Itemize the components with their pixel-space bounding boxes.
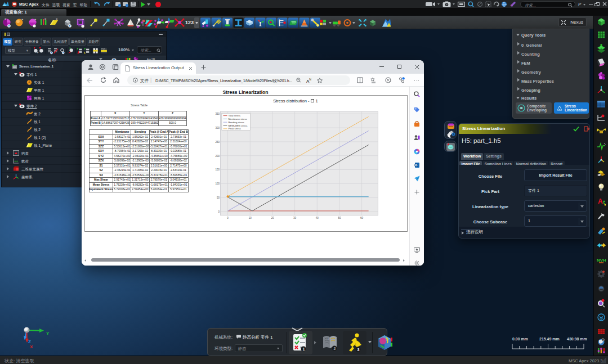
svg-text:100: 100 <box>215 182 220 185</box>
svg-text:»: » <box>34 17 37 21</box>
svg-text:1: 1 <box>303 347 305 351</box>
svg-text:Membrane stress: Membrane stress <box>229 118 247 120</box>
svg-text:»: » <box>44 17 47 20</box>
svg-text:Z: Z <box>28 339 31 344</box>
svg-text:150: 150 <box>215 168 220 171</box>
svg-text:40: 40 <box>316 217 319 219</box>
svg-text:50: 50 <box>217 196 220 199</box>
svg-text:10: 10 <box>249 217 252 219</box>
svg-text:MEM+BEN stress: MEM+BEN stress <box>229 124 248 127</box>
svg-text:Bending stress: Bending stress <box>229 121 244 124</box>
svg-text:0: 0 <box>227 217 229 219</box>
svg-text:200: 200 <box>215 155 220 158</box>
svg-text:Total stress: Total stress <box>229 114 241 117</box>
svg-text:Peak stress: Peak stress <box>229 127 241 130</box>
svg-text:»: » <box>21 17 24 21</box>
svg-text:NVH: NVH <box>597 258 606 263</box>
svg-text:215.49 mm: 215.49 mm <box>539 337 560 341</box>
svg-text:A: A <box>598 197 603 205</box>
svg-text:+: + <box>37 51 38 54</box>
svg-text:0.00 mm: 0.00 mm <box>512 337 528 341</box>
svg-text:++: ++ <box>14 159 19 163</box>
svg-text:50: 50 <box>338 217 341 219</box>
svg-text:X: X <box>30 344 33 349</box>
svg-text:30: 30 <box>293 217 297 219</box>
svg-text:+: + <box>328 336 330 341</box>
svg-text:Part: Part <box>101 48 105 50</box>
svg-text:Y: Y <box>46 331 50 336</box>
svg-text:»: » <box>56 17 58 20</box>
svg-text:60: 60 <box>360 217 364 219</box>
svg-text:123: 123 <box>185 20 194 25</box>
svg-text:»: » <box>82 17 84 21</box>
svg-text:430.98 mm: 430.98 mm <box>567 337 587 341</box>
svg-text:250: 250 <box>215 141 220 143</box>
svg-text:20: 20 <box>271 217 274 219</box>
svg-text:2: 2 <box>334 347 336 350</box>
svg-text:350: 350 <box>215 113 220 115</box>
svg-text:0: 0 <box>218 210 220 213</box>
svg-text:300: 300 <box>215 127 220 129</box>
svg-text:3: 3 <box>357 348 360 352</box>
